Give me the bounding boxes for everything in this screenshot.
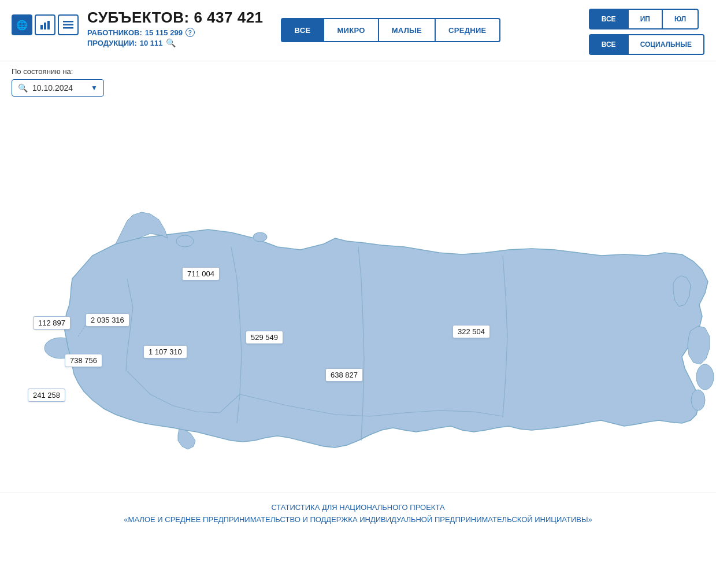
region-label-1107310[interactable]: 1 107 310: [143, 345, 187, 358]
svg-rect-0: [40, 25, 43, 29]
products-search-icon[interactable]: 🔍: [166, 38, 176, 47]
russia-map: [0, 99, 716, 493]
region-label-241258[interactable]: 241 258: [28, 389, 65, 402]
region-label-529549[interactable]: 529 549: [246, 331, 283, 344]
size-filter-group: ВСЕ МИКРО МАЛЫЕ СРЕДНИЕ: [281, 18, 500, 42]
date-value: 10.10.2024: [32, 83, 86, 93]
type-ip-btn[interactable]: ИП: [629, 9, 663, 29]
products-label: ПРОДУКЦИИ:: [87, 39, 137, 47]
date-section: По состоянию на: 🔍 10.10.2024 ▼: [0, 61, 716, 99]
subjects-value: 6 437 421: [194, 9, 263, 26]
filter-all-btn[interactable]: ВСЕ: [281, 18, 325, 42]
filter-small-btn[interactable]: МАЛЫЕ: [379, 18, 436, 42]
region-label-112897[interactable]: 112 897: [33, 316, 71, 330]
date-label: По состоянию на:: [12, 67, 704, 76]
subjects-stat: СУБЪЕКТОВ: 6 437 421: [87, 9, 264, 27]
footer-line1: СТАТИСТИКА ДЛЯ НАЦИОНАЛЬНОГО ПРОЕКТА: [12, 502, 704, 514]
type-all-btn[interactable]: ВСЕ: [589, 9, 629, 29]
svg-point-10: [253, 232, 267, 242]
svg-rect-4: [63, 24, 73, 26]
svg-point-7: [696, 364, 714, 390]
products-value: 10 111: [140, 39, 163, 47]
region-label-711004[interactable]: 711 004: [182, 267, 220, 280]
date-selector[interactable]: 🔍 10.10.2024 ▼: [12, 79, 104, 97]
right-filters: ВСЕ ИП ЮЛ ВСЕ СОЦИАЛЬНЫЕ: [589, 9, 704, 55]
svg-rect-1: [44, 23, 46, 29]
workers-label: РАБОТНИКОВ:: [87, 28, 142, 37]
region-label-738756[interactable]: 738 756: [65, 354, 102, 367]
svg-rect-2: [47, 21, 50, 29]
workers-info-icon[interactable]: ?: [186, 28, 195, 37]
social-social-btn[interactable]: СОЦИАЛЬНЫЕ: [629, 34, 704, 55]
svg-point-9: [176, 235, 194, 247]
filter-micro-btn[interactable]: МИКРО: [324, 18, 379, 42]
workers-stat: РАБОТНИКОВ: 15 115 299 ?: [87, 28, 264, 37]
filter-medium-btn[interactable]: СРЕДНИЕ: [436, 18, 500, 42]
workers-value: 15 115 299: [145, 28, 183, 37]
map-container[interactable]: 112 897 2 035 316 738 756 241 258 1 107 …: [0, 99, 716, 493]
date-search-icon: 🔍: [18, 83, 28, 93]
svg-rect-3: [63, 21, 73, 23]
header: 🌐 СУБЪЕКТОВ: 6 43: [0, 0, 716, 61]
subjects-label: СУБЪЕКТОВ:: [87, 9, 190, 26]
svg-rect-5: [63, 27, 73, 29]
type-filter-group-1: ВСЕ ИП ЮЛ: [589, 9, 704, 29]
globe-view-button[interactable]: 🌐: [12, 14, 32, 35]
date-chevron-icon: ▼: [91, 84, 98, 92]
products-stat: ПРОДУКЦИИ: 10 111 🔍: [87, 38, 264, 47]
type-filter-group-2: ВСЕ СОЦИАЛЬНЫЕ: [589, 34, 704, 55]
footer-line2: «МАЛОЕ И СРЕДНЕЕ ПРЕДПРИНИМАТЕЛЬСТВО И П…: [12, 514, 704, 526]
region-label-638827[interactable]: 638 827: [325, 368, 363, 382]
region-label-322504[interactable]: 322 504: [452, 325, 490, 338]
type-ul-btn[interactable]: ЮЛ: [663, 9, 699, 29]
svg-point-8: [691, 390, 705, 411]
list-view-button[interactable]: [58, 14, 79, 35]
social-all-btn[interactable]: ВСЕ: [589, 34, 629, 55]
region-label-2035316[interactable]: 2 035 316: [86, 313, 129, 327]
bar-view-button[interactable]: [35, 14, 55, 35]
view-icons: 🌐: [12, 14, 79, 35]
footer: СТАТИСТИКА ДЛЯ НАЦИОНАЛЬНОГО ПРОЕКТА «МА…: [0, 493, 716, 535]
